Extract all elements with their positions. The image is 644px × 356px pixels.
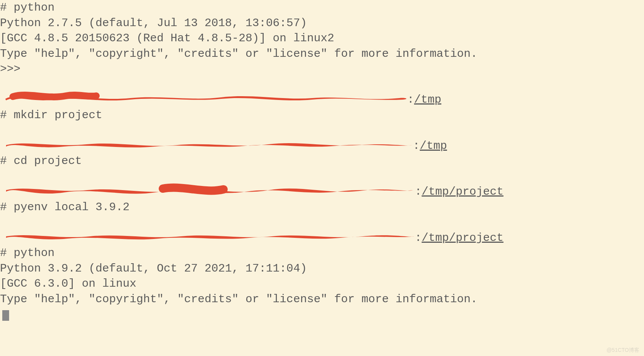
redaction-marker [2, 90, 411, 106]
output-line: [GCC 4.8.5 20150623 (Red Hat 4.8.5-28)] … [0, 31, 644, 46]
output-line: Type "help", "copyright", "credits" or "… [0, 46, 644, 62]
path-link: /tmp [420, 139, 447, 152]
path-link: /tmp/project [422, 231, 503, 244]
blank-line [0, 123, 644, 138]
output-line: Python 3.9.2 (default, Oct 27 2021, 17:1… [0, 261, 644, 276]
terminal-window: # python Python 2.7.5 (default, Jul 13 2… [0, 0, 644, 356]
redaction-marker [3, 229, 416, 244]
cursor-block [2, 310, 9, 321]
watermark-text: @51CTO博客 [606, 347, 639, 354]
output-line: Python 2.7.5 (default, Jul 13 2018, 13:0… [0, 16, 644, 31]
command-line: # cd project [0, 153, 644, 169]
python-prompt[interactable]: >>> [0, 61, 644, 77]
output-line: Type "help", "copyright", "credits" or "… [0, 292, 644, 307]
redaction-marker [4, 182, 415, 198]
command-line: # python [0, 245, 644, 261]
command-line: # mkdir project [0, 108, 644, 123]
redaction-marker [3, 137, 414, 152]
path-link: /tmp/project [422, 185, 503, 198]
command-line: # python [0, 0, 644, 16]
command-line: # pyenv local 3.9.2 [0, 200, 644, 215]
prompt-row: :/tmp [0, 138, 644, 154]
output-line: [GCC 6.3.0] on linux [0, 276, 644, 292]
prompt-row: :/tmp [0, 92, 644, 108]
prompt-row: :/tmp/project [0, 230, 644, 246]
cursor-line[interactable] [0, 307, 644, 322]
prompt-row: :/tmp/project [0, 184, 644, 200]
blank-line [0, 215, 644, 230]
path-link: /tmp [414, 93, 441, 106]
